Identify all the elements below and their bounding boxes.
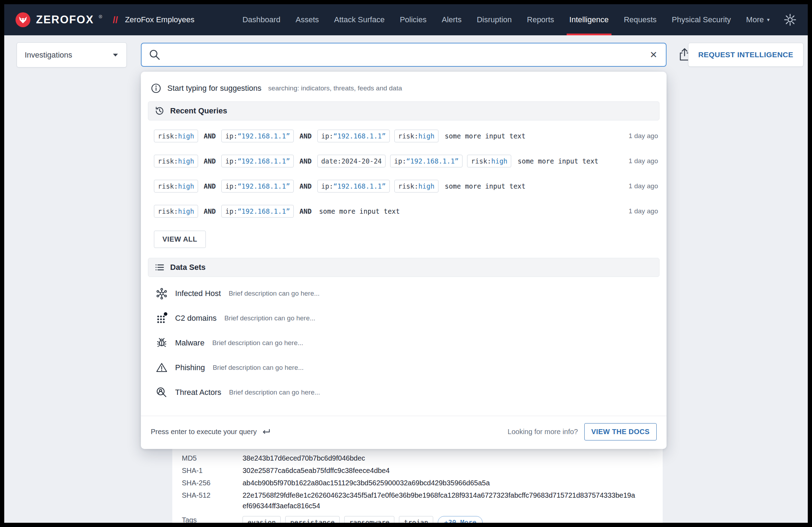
hash-value: 22e17568f29fdfe8e1c262604623c345f5af17e0… — [243, 489, 638, 511]
dataset-item-malware[interactable]: MalwareBrief description can go here... — [155, 331, 658, 355]
query-chip-key: risk: — [471, 157, 491, 165]
datasets-title: Data Sets — [170, 263, 205, 272]
screen-frame: ZEROFOX ® // ZeroFox Employees Dashboard… — [4, 4, 808, 523]
enter-hint-text: Press enter to execute your query — [151, 428, 257, 436]
background-detail-card: MD538e243b17d6eced70b7bc6d9f046bdecSHA-1… — [172, 436, 663, 523]
query-chip-value: high — [178, 182, 194, 190]
recent-query-row[interactable]: risk:highANDip:“192.168.1.1”ANDsome more… — [154, 199, 658, 224]
hash-label: SHA-256 — [172, 477, 243, 489]
query-chip-key: risk: — [398, 182, 418, 190]
nav-item-label: Attack Surface — [334, 15, 384, 24]
nav-item-more[interactable]: More▾ — [746, 4, 770, 35]
query-chip-key: risk: — [158, 207, 178, 215]
request-intelligence-button[interactable]: REQUEST INTELLIGENCE — [688, 43, 804, 67]
query-chip-value: “192.168.1.1” — [238, 157, 290, 165]
investigations-select[interactable]: Investigations — [17, 42, 127, 67]
query-chip-value: “192.168.1.1” — [333, 182, 386, 190]
nav-item-label: Dashboard — [243, 15, 281, 24]
recent-queries-header: Recent Queries — [148, 101, 659, 120]
hash-row-sha-1: SHA-1302e25877ca6dca5eab75fdffc9c38feece… — [172, 464, 663, 477]
nav-item-alerts[interactable]: Alerts — [442, 4, 461, 35]
hash-value: 38e243b17d6eced70b7bc6d9f046bdec — [243, 452, 365, 464]
nav-item-label: Reports — [527, 15, 554, 24]
query-free-text: some more input text — [319, 207, 400, 215]
query-timestamp: 1 day ago — [629, 132, 658, 140]
tag-chip[interactable]: ransomware — [344, 516, 394, 523]
nav-item-disruption[interactable]: Disruption — [477, 4, 512, 35]
query-chip: risk:high — [394, 130, 438, 142]
tag-chip[interactable]: evasion — [243, 516, 281, 523]
query-chip-value: 2024-20-24 — [341, 157, 382, 165]
query-chip-key: ip: — [225, 132, 237, 140]
query-chip: risk:high — [154, 130, 198, 142]
recent-query-row[interactable]: risk:highANDip:“192.168.1.1”ANDdate:2024… — [154, 148, 658, 173]
nav-item-intelligence[interactable]: Intelligence — [569, 4, 609, 35]
query-chip-key: ip: — [225, 182, 237, 190]
brand-name: ZEROFOX — [36, 13, 94, 26]
query-chip: risk:high — [394, 180, 438, 193]
view-all-button[interactable]: VIEW ALL — [154, 231, 206, 248]
query-operator: AND — [299, 182, 311, 190]
query-chip-value: high — [418, 182, 435, 190]
query-timestamp: 1 day ago — [629, 207, 658, 215]
query-operator: AND — [204, 157, 216, 165]
search-input[interactable] — [166, 50, 648, 59]
malware-icon — [155, 337, 168, 349]
chevron-down-icon — [112, 53, 119, 57]
top-navbar: ZEROFOX ® // ZeroFox Employees Dashboard… — [4, 4, 808, 35]
nav-item-dashboard[interactable]: Dashboard — [243, 4, 281, 35]
search-suggestions-panel: Start typing for suggestions searching: … — [141, 72, 667, 449]
nav-item-assets[interactable]: Assets — [295, 4, 319, 35]
more-info-text: Looking for more info? — [508, 428, 578, 436]
search-bar: ✕ — [141, 43, 667, 67]
query-chip-value: high — [178, 207, 194, 215]
nav-item-label: Physical Security — [672, 15, 731, 24]
query-chip-key: date: — [321, 157, 341, 165]
datasets-header: Data Sets — [148, 258, 659, 277]
query-chip: risk:high — [154, 155, 198, 167]
query-chip-value: “192.168.1.1” — [406, 157, 459, 165]
recent-query-row[interactable]: risk:highANDip:“192.168.1.1”ANDip:“192.1… — [154, 173, 658, 199]
dataset-item-c2-domains[interactable]: C2 domainsBrief description can go here.… — [155, 306, 658, 331]
query-chip-value: “192.168.1.1” — [238, 207, 290, 215]
view-docs-button[interactable]: VIEW THE DOCS — [584, 423, 657, 440]
query-chip-value: high — [178, 132, 194, 140]
nav-item-reports[interactable]: Reports — [527, 4, 554, 35]
clear-search-icon[interactable]: ✕ — [648, 49, 659, 61]
dataset-item-phishing[interactable]: PhishingBrief description can go here... — [155, 355, 658, 380]
nav-item-label: Intelligence — [569, 15, 609, 24]
tag-chip[interactable]: trojan — [399, 516, 433, 523]
settings-button[interactable] — [783, 13, 797, 27]
main-nav: DashboardAssetsAttack SurfacePoliciesAle… — [243, 4, 770, 35]
hash-value: ab4cb90b5f970b1622a80ac151129c3bd5625900… — [243, 477, 490, 489]
hash-row-sha-256: SHA-256ab4cb90b5f970b1622a80ac151129c3bd… — [172, 477, 663, 489]
recent-queries-title: Recent Queries — [170, 106, 227, 116]
query-chip: risk:high — [467, 155, 511, 167]
nav-item-label: Assets — [295, 15, 319, 24]
nav-item-policies[interactable]: Policies — [400, 4, 426, 35]
nav-item-attack-surface[interactable]: Attack Surface — [334, 4, 384, 35]
brand[interactable]: ZEROFOX ® // ZeroFox Employees — [15, 12, 195, 28]
zerofox-logo-icon — [15, 12, 31, 28]
tags-more-button[interactable]: +30 More — [438, 516, 483, 523]
tag-chip[interactable]: persistance — [285, 516, 340, 523]
hash-value: 302e25877ca6dca5eab75fdffc9c38feece4dbe4 — [243, 464, 390, 477]
hash-label: SHA-512 — [172, 489, 243, 511]
query-chip-key: ip: — [321, 182, 333, 190]
nav-item-requests[interactable]: Requests — [624, 4, 657, 35]
chevron-down-icon: ▾ — [767, 17, 770, 23]
query-operator: AND — [299, 132, 311, 140]
scope-select-value: Investigations — [25, 51, 72, 60]
dataset-item-infected-host[interactable]: Infected HostBrief description can go he… — [155, 281, 658, 306]
query-chip: risk:high — [154, 205, 198, 218]
query-chip: ip:“192.168.1.1” — [221, 130, 294, 142]
recent-query-row[interactable]: risk:highANDip:“192.168.1.1”ANDip:“192.1… — [154, 123, 658, 148]
nav-item-physical-security[interactable]: Physical Security — [672, 4, 731, 35]
query-chip: ip:“192.168.1.1” — [221, 180, 294, 193]
query-timestamp: 1 day ago — [629, 182, 658, 190]
dataset-name: C2 domains — [175, 314, 216, 323]
dataset-item-threat-actors[interactable]: Threat ActorsBrief description can go he… — [155, 380, 658, 405]
threat-actors-icon — [155, 386, 168, 399]
hint-subtitle: searching: indicators, threats, feeds an… — [268, 84, 402, 92]
content-area: MD538e243b17d6eced70b7bc6d9f046bdecSHA-1… — [4, 35, 808, 523]
